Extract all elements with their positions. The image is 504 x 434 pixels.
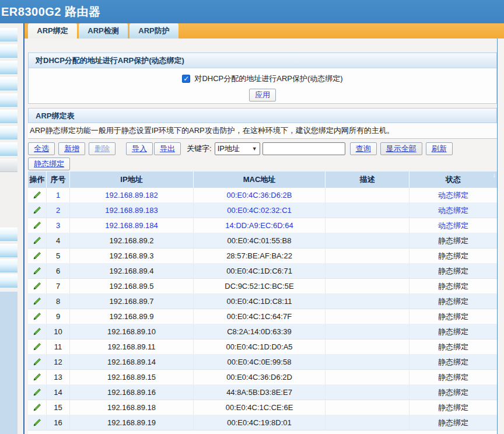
- row-index: 2: [47, 203, 70, 218]
- row-status: 静态绑定: [410, 415, 497, 430]
- row-ip: 192.168.89.15: [70, 370, 194, 385]
- row-ip: 192.168.89.184: [70, 218, 194, 233]
- sidebar-menu-item[interactable]: [0, 77, 18, 90]
- arp-binding-table: 操作 序号 IP地址 MAC地址 描述 状态 ↓ 1 192.168.89.18…: [28, 172, 497, 434]
- edit-icon[interactable]: [33, 358, 41, 366]
- dhcp-section-title: 对DHCP分配的地址进行ARP保护(动态绑定): [29, 53, 496, 68]
- table-row: 6 192.168.89.4 00:E0:4C:1D:C6:71 静态绑定: [28, 264, 497, 279]
- edit-icon[interactable]: [33, 342, 41, 351]
- router-admin-page: ER8300G2 路由器 ARP绑定 ARP检测 ARP防护 对DHCP分配的地…: [0, 0, 504, 434]
- edit-icon[interactable]: [33, 373, 41, 382]
- import-button[interactable]: 导入: [126, 142, 153, 155]
- sidebar-menu-item[interactable]: [0, 159, 18, 172]
- row-mac: 44:8A:5B:D3:8E:E7: [194, 385, 326, 400]
- edit-icon[interactable]: [33, 282, 41, 290]
- row-ip: 192.168.89.183: [70, 203, 194, 218]
- delete-button[interactable]: 删除: [89, 142, 116, 155]
- table-row: 8 192.168.89.7 00:E0:4C:1D:C8:11 静态绑定: [28, 294, 497, 309]
- table-row: 16 192.168.89.19 00:E0:4C:19:8D:01 静态绑定: [28, 415, 497, 430]
- row-mac: 00:E0:4C:1C:64:7F: [194, 309, 326, 324]
- row-description: [326, 264, 410, 279]
- edit-icon[interactable]: [33, 206, 41, 215]
- edit-icon[interactable]: [33, 312, 41, 321]
- row-ip: 192.168.89.182: [70, 188, 194, 203]
- edit-icon[interactable]: [33, 418, 41, 427]
- table-row: 14 192.168.89.16 44:8A:5B:D3:8E:E7 静态绑定: [28, 385, 497, 400]
- sidebar-menu-item[interactable]: [0, 61, 18, 74]
- sidebar-menu-item[interactable]: [0, 126, 18, 139]
- sidebar-menu-item[interactable]: [0, 93, 18, 107]
- tab-bar: ARP绑定 ARP检测 ARP防护: [24, 23, 504, 38]
- main-content: 对DHCP分配的地址进行ARP保护(动态绑定) ✓ 对DHCP分配的地址进行AR…: [24, 38, 497, 434]
- row-status: 静态绑定: [410, 324, 497, 340]
- row-ip: 192.168.89.4: [70, 264, 194, 279]
- edit-icon[interactable]: [33, 251, 41, 260]
- row-description: [326, 309, 410, 324]
- row-status: 动态绑定: [410, 203, 497, 218]
- keyword-search-input[interactable]: [262, 142, 345, 155]
- sort-descending-icon[interactable]: ↓: [493, 172, 496, 178]
- table-row: 9 192.168.89.9 00:E0:4C:1C:64:7F 静态绑定: [28, 309, 497, 324]
- page-title: ER8300G2 路由器: [0, 0, 504, 23]
- table-row: 3 192.168.89.184 14:DD:A9:EC:6D:64 动态绑定: [28, 218, 497, 233]
- sidebar-menu-item[interactable]: [0, 259, 18, 272]
- row-description: [326, 324, 410, 340]
- row-index: 8: [47, 294, 70, 309]
- row-status: 动态绑定: [410, 188, 497, 203]
- refresh-button[interactable]: 刷新: [426, 142, 453, 155]
- edit-icon[interactable]: [33, 297, 41, 306]
- sidebar-menu-item[interactable]: [0, 228, 18, 241]
- row-description: [326, 233, 410, 249]
- static-bind-button[interactable]: 静态绑定: [28, 158, 70, 170]
- table-row: 12 192.168.89.14 00:E0:4C:0E:99:58 静态绑定: [28, 355, 497, 370]
- sidebar-menu-item[interactable]: [0, 244, 18, 257]
- edit-icon[interactable]: [33, 236, 41, 245]
- sidebar: [0, 23, 23, 434]
- edit-icon[interactable]: [33, 403, 41, 412]
- sidebar-panel: [0, 292, 18, 434]
- arp-binding-table-title: ARP绑定表: [28, 108, 497, 123]
- edit-icon[interactable]: [33, 327, 41, 336]
- row-status: 静态绑定: [410, 309, 497, 324]
- row-mac: 00:E0:4C:19:8D:01: [194, 415, 326, 430]
- sidebar-menu-item[interactable]: [0, 28, 18, 41]
- table-row: 10 192.168.89.10 C8:2A:14:0D:63:39 静态绑定: [28, 324, 497, 340]
- row-description: [326, 415, 410, 430]
- export-button[interactable]: 导出: [154, 142, 181, 155]
- edit-icon[interactable]: [33, 191, 41, 200]
- dhcp-arp-protect-checkbox[interactable]: ✓: [182, 75, 190, 83]
- tab-arp-binding[interactable]: ARP绑定: [28, 23, 77, 38]
- sidebar-menu-item[interactable]: [0, 274, 18, 288]
- row-ip: 192.168.89.7: [70, 294, 194, 309]
- keyword-type-select[interactable]: IP地址 ▼: [215, 142, 260, 155]
- edit-icon[interactable]: [33, 388, 41, 397]
- sidebar-menu-item[interactable]: [0, 44, 18, 58]
- table-row: 11 192.168.89.11 00:E0:4C:1D:D0:A5 静态绑定: [28, 340, 497, 355]
- row-mac: C8:2A:14:0D:63:39: [194, 324, 326, 340]
- row-description: [326, 400, 410, 415]
- tab-arp-detection[interactable]: ARP检测: [79, 23, 128, 38]
- select-all-button[interactable]: 全选: [28, 142, 55, 155]
- column-header-ip: IP地址: [70, 172, 194, 188]
- table-row: 7 192.168.89.5 DC:9C:52:1C:BC:5E 静态绑定: [28, 279, 497, 294]
- add-button[interactable]: 新增: [58, 142, 85, 155]
- sidebar-menu-item[interactable]: [0, 142, 18, 156]
- row-index: 11: [47, 340, 70, 355]
- row-ip: 192.168.89.11: [70, 340, 194, 355]
- sidebar-menu-item[interactable]: [0, 110, 18, 123]
- row-ip: 192.168.89.18: [70, 400, 194, 415]
- edit-icon[interactable]: [33, 221, 41, 230]
- row-description: [326, 188, 410, 203]
- show-all-button[interactable]: 显示全部: [380, 142, 422, 155]
- dhcp-checkbox-label: 对DHCP分配的地址进行ARP保护(动态绑定): [194, 74, 342, 84]
- keyword-type-value: IP地址: [218, 144, 240, 154]
- row-status: 静态绑定: [410, 355, 497, 370]
- query-button[interactable]: 查询: [350, 142, 377, 155]
- row-description: [326, 279, 410, 294]
- tab-arp-protection[interactable]: ARP防护: [130, 23, 178, 38]
- table-toolbar-row2: 静态绑定: [28, 158, 70, 170]
- edit-icon[interactable]: [33, 267, 41, 275]
- row-status: 静态绑定: [410, 340, 497, 355]
- apply-button[interactable]: 应用: [249, 89, 276, 102]
- dhcp-arp-protect-section: 对DHCP分配的地址进行ARP保护(动态绑定) ✓ 对DHCP分配的地址进行AR…: [28, 52, 497, 104]
